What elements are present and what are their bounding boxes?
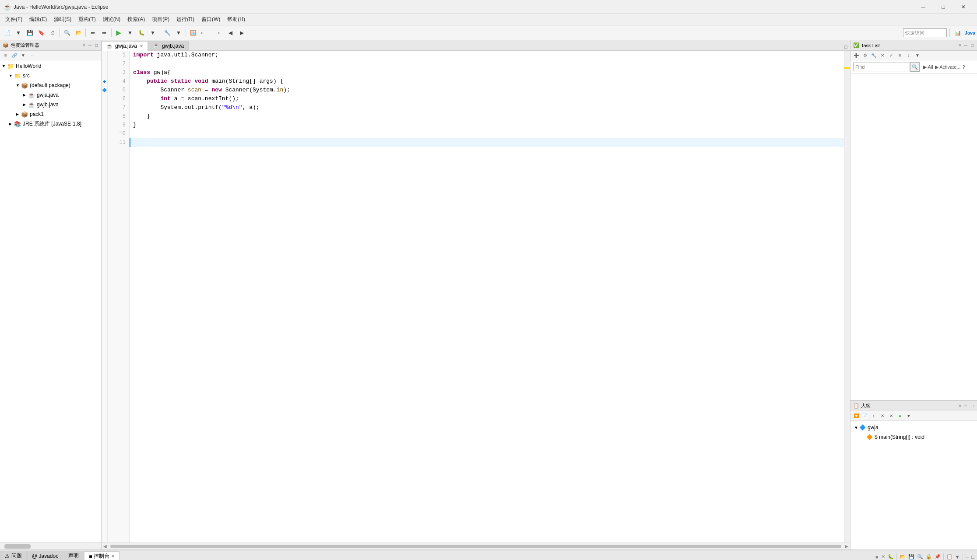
collapse-all-button[interactable]: ≡	[2, 52, 10, 60]
tree-item-gwjb[interactable]: ▶ ☕ gwjb.java	[0, 100, 101, 109]
tab-console[interactable]: ■ 控制台 ✕	[84, 551, 119, 560]
tree-view-menu[interactable]: ▼	[19, 52, 27, 60]
outline-more-button[interactable]: ▼	[905, 412, 913, 420]
outline-maximize-button[interactable]: □	[970, 403, 974, 408]
external-tools-button[interactable]: 🔧	[162, 28, 172, 38]
console-terminate-button[interactable]: ✕	[880, 553, 886, 560]
tab-gwja[interactable]: ☕ gwja.java ✕	[102, 41, 148, 51]
tree-item-default-package[interactable]: ▼ 📦 (default package)	[0, 80, 101, 90]
toggle-gwja[interactable]: ▶	[23, 93, 28, 97]
console-minimize-button[interactable]: ─	[965, 553, 970, 560]
prev-edit-button[interactable]: ⬅	[88, 28, 98, 38]
outline-collapse-button[interactable]: 🔽	[852, 412, 860, 420]
menu-run[interactable]: 运行(R)	[173, 15, 198, 24]
link-with-editor-button[interactable]: 🔗	[11, 52, 18, 60]
tree-item-helloworld[interactable]: ▼ 📁 HelloWorld	[0, 61, 101, 71]
console-stop-button[interactable]: ■	[875, 553, 879, 560]
editor-hscroll[interactable]: ◀ ▶	[102, 542, 850, 550]
code-content[interactable]: import java.util.Scanner; class gwja{ pu…	[130, 51, 844, 542]
outline-minimize-button[interactable]: ─	[963, 403, 968, 408]
tasklist-activate-option[interactable]: ▶ Activate...	[935, 64, 961, 70]
menu-refactor[interactable]: 重构(T)	[75, 15, 99, 24]
hscroll-left-arrow[interactable]: ◀	[102, 544, 109, 549]
run-dropdown[interactable]: ▼	[125, 28, 135, 38]
toggle-pack1[interactable]: ▶	[16, 112, 21, 116]
open-type-button[interactable]: 🔍	[62, 28, 72, 38]
outline-hide-static-button[interactable]: ✕	[887, 412, 895, 420]
tasklist-view-button[interactable]: ≡	[896, 52, 904, 60]
menu-edit[interactable]: 编辑(E)	[26, 15, 50, 24]
panel-minimize-button[interactable]: ─	[88, 43, 92, 48]
tasklist-filter-button[interactable]: 🔧	[870, 52, 878, 60]
console-debug-button[interactable]: 🐛	[887, 553, 895, 560]
outline-expand-button[interactable]: 📄	[861, 412, 869, 420]
outline-toggle-gwja[interactable]: ▼	[854, 425, 858, 430]
next-edit-button[interactable]: ➡	[99, 28, 109, 38]
outline-item-gwja[interactable]: ▼ 🔷 gwja	[850, 423, 977, 432]
menu-source[interactable]: 源码(S)	[50, 15, 75, 24]
toggle-gwjb[interactable]: ▶	[23, 102, 28, 107]
tasklist-mark-button[interactable]: ✓	[887, 52, 895, 60]
menu-window[interactable]: 窗口(W)	[198, 15, 224, 24]
tasklist-options-button[interactable]: ⚙	[861, 52, 869, 60]
back-button[interactable]: ◀	[225, 28, 235, 38]
new-task-button[interactable]: ➕	[852, 52, 860, 60]
console-pin-button[interactable]: 📌	[934, 553, 942, 560]
console-display-button[interactable]: 📋	[945, 553, 953, 560]
console-find-button[interactable]: 🔍	[916, 553, 924, 560]
new-dropdown[interactable]: ▼	[13, 28, 24, 38]
save-all-button[interactable]: 🔖	[36, 28, 46, 38]
perspective-button[interactable]: 📊	[952, 28, 963, 38]
tasklist-help-button[interactable]: ?	[962, 64, 965, 70]
tabs-minimize-button[interactable]: ─	[837, 43, 842, 50]
hscroll-right-arrow[interactable]: ▶	[843, 544, 850, 549]
menu-project[interactable]: 项目(P)	[148, 15, 173, 24]
debug-dropdown[interactable]: ▼	[148, 28, 158, 38]
tab-declaration[interactable]: 声明	[63, 551, 84, 560]
external-tools-dropdown[interactable]: ▼	[173, 28, 184, 38]
panel-maximize-button[interactable]: □	[94, 43, 98, 48]
console-maximize-button[interactable]: □	[970, 553, 975, 560]
print-button[interactable]: 🖨	[47, 28, 58, 38]
menu-navigate[interactable]: 浏览(N)	[99, 15, 124, 24]
code-editor[interactable]: ◆ 🔷 1 2 3 4 5 6 7 8 9	[102, 51, 850, 542]
quick-access-input[interactable]	[903, 28, 947, 37]
tab-problems[interactable]: ⚠ 问题	[0, 551, 27, 560]
toggle-jre[interactable]: ▶	[9, 122, 14, 126]
tab-javadoc[interactable]: @ Javadoc	[27, 551, 63, 560]
tasklist-sort-button[interactable]: ↕	[905, 52, 913, 60]
toggle-src[interactable]: ▼	[9, 74, 14, 78]
tab-console-close[interactable]: ✕	[111, 554, 115, 559]
outline-item-main[interactable]: 🔶 $ main(String[]) : void	[850, 432, 977, 442]
menu-search[interactable]: 搜索(A)	[124, 15, 148, 24]
tabs-maximize-button[interactable]: □	[843, 43, 848, 50]
tasklist-search-button[interactable]: 🔍	[910, 62, 920, 72]
tasklist-search-input[interactable]	[853, 63, 910, 71]
close-button[interactable]: ✕	[953, 0, 973, 14]
console-scroll-lock-button[interactable]: 🔒	[925, 553, 933, 560]
run-button[interactable]: ▶	[113, 28, 124, 38]
outline-sort-button[interactable]: ↕	[870, 412, 878, 420]
tree-item-src[interactable]: ▼ 📁 src	[0, 71, 101, 80]
tree-item-jre[interactable]: ▶ 📚 JRE 系统库 [JavaSE-1.8]	[0, 119, 101, 129]
outline-hide-fields-button[interactable]: ✕	[879, 412, 886, 420]
menu-file[interactable]: 文件(F)	[2, 15, 26, 24]
tree-item-gwja[interactable]: ▶ ☕ gwja.java	[0, 90, 101, 100]
minimize-button[interactable]: ─	[913, 0, 933, 14]
debug-button[interactable]: 🐛	[136, 28, 147, 38]
tasklist-all-option[interactable]: ▶ All	[923, 64, 933, 70]
tree-item-pack1[interactable]: ▶ 📦 pack1	[0, 109, 101, 119]
open-perspective-button[interactable]: 🪟	[188, 28, 198, 38]
console-open-file-button[interactable]: 📂	[899, 553, 907, 560]
java-perspective[interactable]: Java	[965, 28, 975, 38]
left-panel-hscroll[interactable]	[0, 542, 101, 550]
editor-vscroll[interactable]	[844, 51, 850, 542]
view-menu[interactable]: ⋮	[28, 52, 36, 60]
new-button[interactable]: 📄	[2, 28, 12, 38]
tasklist-maximize-button[interactable]: □	[970, 43, 974, 48]
forward-button[interactable]: ▶	[236, 28, 247, 38]
tasklist-delete-button[interactable]: ✕	[879, 52, 886, 60]
tab-close-gwja[interactable]: ✕	[140, 44, 143, 49]
console-dropdown[interactable]: ▼	[954, 553, 961, 560]
menu-help[interactable]: 帮助(H)	[224, 15, 249, 24]
